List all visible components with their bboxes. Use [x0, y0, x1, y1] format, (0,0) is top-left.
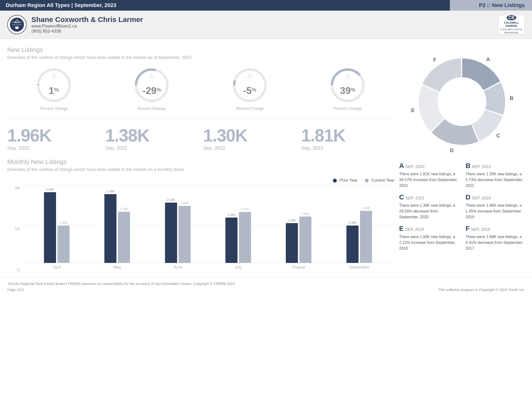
header-left: Durham Region All Types | September, 202… — [0, 0, 450, 11]
x-label: July — [208, 263, 268, 273]
chart-label-letter: F — [466, 225, 470, 232]
agent-logo: CANADIAN REAL ESTATE — [7, 15, 27, 34]
agent-left: CANADIAN REAL ESTATE Shane Coxworth & Ch… — [7, 15, 143, 34]
stat-item: 1.96K Sep, 2020 — [7, 126, 101, 151]
chart-label-item: F SEP, 2018 There were 1.89K new listing… — [466, 225, 525, 251]
current-dot — [365, 179, 369, 183]
new-listings-subtitle: Overview of the number of listings which… — [7, 55, 394, 60]
donut-chart — [411, 51, 513, 152]
donut-container: ABCDEF — [399, 46, 525, 157]
gauge-circle: ⌂ 39% — [328, 66, 367, 104]
y-axis: 2K1K0 — [7, 186, 22, 273]
svg-text:REAL ESTATE: REAL ESTATE — [12, 24, 22, 25]
bar-pair: 2.10K 1.98K — [165, 198, 191, 263]
chart-label-text: There were 1.38K new listings, a 29.55% … — [399, 203, 458, 220]
bar-current — [360, 211, 372, 263]
header-right: P2 :: New Listings — [450, 0, 532, 11]
bar-prior — [286, 223, 298, 263]
bar-pair: 1.38K 1.61K — [286, 212, 311, 263]
chart-label-period: SEP, 2023 — [405, 164, 425, 169]
agent-name: Shane Coxworth & Chris Larmer — [31, 15, 143, 24]
stat-value: 1.38K — [105, 126, 199, 145]
footer: Toronto Regional Real Estate Board (TRRE… — [0, 278, 532, 296]
stat-item: 1.38K Sep, 2021 — [105, 126, 199, 151]
chart-label-text: There were 1.81K new listings, a 39.57% … — [399, 171, 458, 189]
gauge-item: ⌂ -29% Percent Change — [105, 66, 199, 111]
bar-group: 2.46K 1.30K — [44, 188, 70, 263]
y-label: 2K — [15, 186, 20, 190]
svg-rect-5 — [15, 27, 19, 27]
gauge-item: ⌂ 1% Percent Change — [7, 66, 101, 111]
cb-icon: CB — [507, 15, 516, 20]
y-label: 1K — [15, 227, 20, 232]
right-panel: ABCDEF A SEP, 2023 There were 1.81K new … — [399, 46, 525, 273]
stat-item: 1.30K Sep, 2022 — [203, 126, 296, 151]
chart-label-item: D SEP, 2020 There were 1.96K new listing… — [466, 193, 525, 220]
bars-area: 2.46K 1.30K 2.39K 1.78K 2.10K — [22, 186, 394, 263]
x-label: April — [27, 263, 87, 273]
stats-row: 1.96K Sep, 2020 1.38K Sep, 2021 1.30K Se… — [7, 126, 394, 151]
stat-label: Sep, 2021 — [105, 145, 199, 151]
gauge-label: Percent Change — [236, 106, 264, 111]
stat-item: 1.81K Sep, 2023 — [301, 126, 395, 151]
agent-info: Shane Coxworth & Chris Larmer www.Powero… — [31, 15, 143, 34]
gauge-label: Percent Change — [40, 106, 68, 111]
bar-group: 2.39K 1.78K — [104, 190, 130, 263]
chart-label-period: SEP, 2021 — [405, 196, 425, 200]
chart-label-letter: B — [466, 162, 470, 169]
gauge-item: ⌂ 39% Percent Change — [301, 66, 395, 111]
chart-label-letter: E — [399, 225, 404, 232]
bar-group: 1.30K 1.81K — [346, 206, 372, 263]
main-content: New Listings Overview of the number of l… — [0, 39, 532, 273]
chart-label-text: There were 1.89K new listings, a 4.31% d… — [466, 234, 525, 251]
bar-current — [299, 217, 311, 263]
chart-label-header: C SEP, 2021 — [399, 193, 458, 201]
header-right-title: P2 :: New Listings — [479, 2, 525, 9]
gauge-label: Percent Change — [334, 106, 362, 111]
stat-label: Sep, 2020 — [7, 145, 101, 151]
bar-prior — [225, 218, 238, 263]
chart-label-header: F SEP, 2018 — [466, 225, 525, 233]
agent-phone: (905) 852-4338 — [31, 29, 143, 34]
chart-label-letter: C — [399, 193, 404, 201]
donut-segment — [422, 58, 461, 92]
gauge-circle: ⌂ 1% — [35, 66, 73, 104]
chart-label-item: C SEP, 2021 There were 1.38K new listing… — [399, 193, 458, 220]
chart-label-item: B SEP, 2022 There were 1.30K new listing… — [466, 162, 525, 189]
chart-label-letter: A — [399, 162, 404, 169]
agent-website: www.PowerofBluex2.ca — [31, 24, 143, 29]
header-left-title: Durham Region All Types | September, 202… — [6, 2, 116, 9]
chart-label-header: D SEP, 2020 — [466, 193, 525, 201]
bar-group: 2.10K 1.98K — [165, 198, 191, 263]
bar-pair: 2.39K 1.78K — [104, 190, 130, 263]
bar-current — [179, 206, 191, 263]
gauge-circle: ⌂ -29% — [133, 66, 171, 104]
stat-value: 1.30K — [203, 126, 296, 145]
agent-header: CANADIAN REAL ESTATE Shane Coxworth & Ch… — [0, 11, 532, 39]
chart-legend: Prior Year Current Year — [7, 178, 394, 183]
stat-label: Sep, 2022 — [203, 145, 296, 151]
footer-bottom: Page 2/13 This software program is Copyr… — [7, 288, 525, 292]
gauges-row: ⌂ 1% Percent Change ⌂ -29% Percent Chang… — [7, 66, 394, 118]
y-label: 0 — [18, 268, 20, 273]
x-label: September — [329, 263, 390, 273]
footer-disclaimer: Toronto Regional Real Estate Board (TRRE… — [7, 281, 525, 286]
prior-dot — [333, 179, 337, 183]
coldwell-logo: CB COLDWELL BANKER R.M.R. REAL ESTATE, B… — [498, 15, 525, 34]
x-label: June — [148, 263, 208, 273]
chart-label-item: E SEP, 2019 There were 1.93K new listing… — [399, 225, 458, 251]
chart-label-letter: D — [466, 193, 470, 201]
chart-label-text: There were 1.93K new listings, a 2.12% i… — [399, 234, 458, 251]
chart-label-period: SEP, 2020 — [472, 196, 491, 200]
legend-current: Current Year — [365, 178, 394, 183]
x-label: May — [87, 263, 147, 273]
stat-value: 1.81K — [301, 126, 395, 145]
chart-label-header: A SEP, 2023 — [399, 162, 458, 170]
chart-label-header: E SEP, 2019 — [399, 225, 458, 233]
bar-prior — [104, 194, 116, 263]
x-label: August — [268, 263, 329, 273]
chart-label-period: SEP, 2022 — [472, 164, 491, 169]
bar-chart: 2K1K0 2.46K 1.30K 2.39K 1.78K — [7, 186, 394, 273]
chart-label-header: B SEP, 2022 — [466, 162, 525, 170]
chart-label-item: A SEP, 2023 There were 1.81K new listing… — [399, 162, 458, 189]
